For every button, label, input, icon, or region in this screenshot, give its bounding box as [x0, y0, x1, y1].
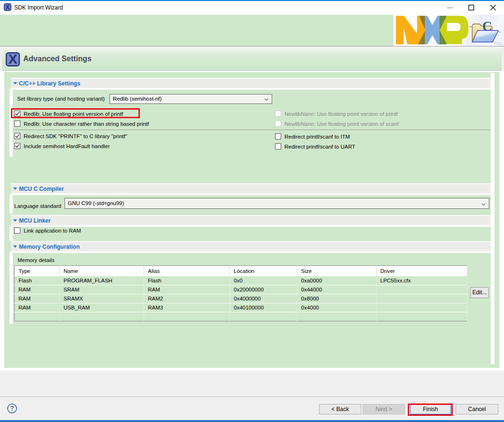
svg-text:?: ? — [10, 404, 14, 412]
svg-text:X: X — [5, 3, 10, 11]
svg-text:X: X — [9, 52, 18, 66]
